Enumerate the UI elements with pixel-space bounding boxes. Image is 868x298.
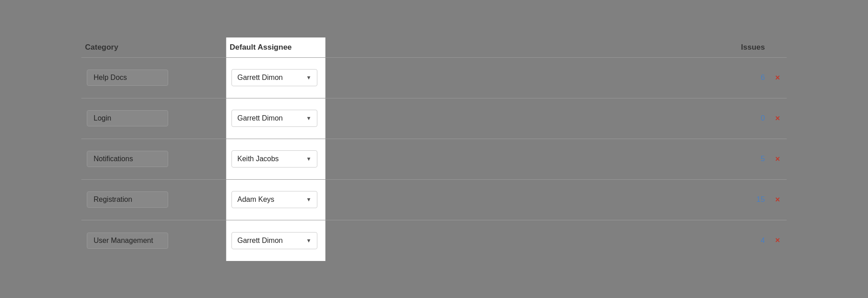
issues-count-registration: 15 — [756, 195, 765, 204]
category-cell-help-docs: Help Docs — [81, 70, 226, 86]
issues-count-help-docs: 6 — [761, 73, 765, 82]
delete-button-notifications[interactable]: × — [775, 154, 780, 164]
delete-cell-registration: × — [769, 195, 787, 205]
issues-cell-login: 0 — [732, 114, 769, 123]
issues-count-login: 0 — [761, 114, 765, 122]
category-cell-login: Login — [81, 110, 226, 126]
delete-button-registration[interactable]: × — [775, 195, 780, 205]
delete-button-user-management[interactable]: × — [775, 236, 780, 245]
dropdown-arrow-icon-notifications: ▼ — [306, 156, 311, 162]
issues-cell-registration: 15 — [732, 195, 769, 204]
assignee-cell-registration: Adam Keys ▼ — [226, 191, 326, 208]
issues-header: Issues — [732, 43, 769, 52]
issues-cell-help-docs: 6 — [732, 73, 769, 82]
issues-count-user-management: 4 — [761, 236, 765, 245]
assignee-select-registration[interactable]: Adam Keys ▼ — [231, 191, 317, 208]
assignee-cell-help-docs: Garrett Dimon ▼ — [226, 69, 326, 86]
spacer-header — [326, 43, 732, 52]
assignee-select-text-registration: Adam Keys — [237, 196, 302, 204]
dropdown-arrow-icon-login: ▼ — [306, 115, 311, 121]
table-row: Notifications Keith Jacobs ▼ 5 × — [81, 139, 787, 180]
assignee-select-help-docs[interactable]: Garrett Dimon ▼ — [231, 69, 317, 86]
delete-cell-notifications: × — [769, 154, 787, 164]
dropdown-arrow-icon-user-management: ▼ — [306, 237, 311, 244]
table-row: Registration Adam Keys ▼ 15 × — [81, 180, 787, 220]
delete-cell-help-docs: × — [769, 73, 787, 83]
dropdown-arrow-icon-help-docs: ▼ — [306, 74, 311, 81]
table-row: Help Docs Garrett Dimon ▼ 6 × — [81, 58, 787, 98]
assignee-select-login[interactable]: Garrett Dimon ▼ — [231, 110, 317, 127]
assignee-header: Default Assignee — [226, 43, 326, 52]
table-header: Category Default Assignee Issues — [81, 37, 787, 58]
category-header: Category — [81, 43, 226, 52]
dropdown-arrow-icon-registration: ▼ — [306, 196, 311, 203]
issues-cell-notifications: 5 — [732, 154, 769, 163]
category-cell-notifications: Notifications — [81, 151, 226, 167]
category-label-help-docs: Help Docs — [87, 70, 168, 86]
category-cell-registration: Registration — [81, 191, 226, 208]
delete-button-help-docs[interactable]: × — [775, 73, 780, 83]
delete-button-login[interactable]: × — [775, 114, 780, 123]
category-label-registration: Registration — [87, 191, 168, 208]
table-row: Login Garrett Dimon ▼ 0 × — [81, 98, 787, 139]
categories-table: Category Default Assignee Issues Help Do… — [81, 37, 787, 261]
assignee-select-notifications[interactable]: Keith Jacobs ▼ — [231, 150, 317, 168]
assignee-select-user-management[interactable]: Garrett Dimon ▼ — [231, 232, 317, 249]
assignee-cell-login: Garrett Dimon ▼ — [226, 110, 326, 127]
category-label-user-management: User Management — [87, 233, 168, 249]
assignee-select-text-help-docs: Garrett Dimon — [237, 74, 302, 82]
delete-cell-login: × — [769, 114, 787, 123]
delete-header — [769, 43, 787, 52]
assignee-select-text-login: Garrett Dimon — [237, 114, 302, 122]
category-label-notifications: Notifications — [87, 151, 168, 167]
delete-cell-user-management: × — [769, 236, 787, 245]
category-label-login: Login — [87, 110, 168, 126]
table-row: User Management Garrett Dimon ▼ 4 × — [81, 220, 787, 261]
assignee-select-text-user-management: Garrett Dimon — [237, 237, 302, 245]
assignee-cell-user-management: Garrett Dimon ▼ — [226, 232, 326, 249]
table-body: Help Docs Garrett Dimon ▼ 6 × Login — [81, 58, 787, 261]
issues-cell-user-management: 4 — [732, 236, 769, 245]
issues-count-notifications: 5 — [761, 154, 765, 163]
category-cell-user-management: User Management — [81, 233, 226, 249]
assignee-cell-notifications: Keith Jacobs ▼ — [226, 150, 326, 168]
assignee-select-text-notifications: Keith Jacobs — [237, 155, 302, 163]
